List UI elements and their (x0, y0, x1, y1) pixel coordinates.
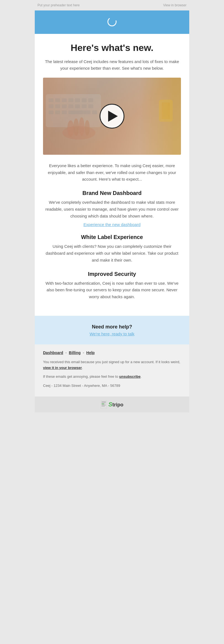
body-intro-text: Everyone likes a better experience. To m… (43, 162, 181, 183)
svg-point-24 (79, 117, 84, 136)
intro-paragraph: The latest release of Ceej includes new … (43, 58, 181, 72)
separator-1: - (64, 350, 68, 355)
footer-address: Ceej - 1234 Main Street - Anywhere, MA -… (43, 383, 181, 389)
svg-rect-6 (75, 98, 80, 102)
footer-unsubscribe-link[interactable]: unsubscribe (119, 374, 140, 379)
help-link[interactable]: We're here, ready to talk (90, 331, 135, 336)
section-whitelabel-title: White Label Experience (43, 234, 181, 240)
section-whitelabel-text: Using Ceej with clients? Now you can com… (43, 243, 181, 263)
footer-unsubscribe-text: If these emails get annoying, please fee… (43, 374, 181, 380)
section-dashboard-text: We've completely overhauled the dashboar… (43, 199, 181, 219)
video-thumbnail[interactable] (43, 78, 181, 155)
svg-rect-11 (62, 104, 67, 108)
section-security: Improved Security With two-factor authen… (43, 271, 181, 300)
svg-rect-2 (49, 98, 54, 102)
svg-point-25 (85, 120, 90, 135)
email-wrapper: Put your preheader text here View in bro… (35, 0, 189, 412)
svg-point-0 (108, 18, 116, 26)
svg-rect-5 (68, 98, 73, 102)
footer-dashboard-link[interactable]: Dashboard (43, 350, 63, 355)
footer-view-browser-link[interactable]: view it in your browser (43, 366, 82, 370)
svg-rect-15 (88, 104, 93, 108)
stripo-label: Stripo (108, 401, 124, 408)
help-title: Need more help? (40, 324, 184, 330)
main-content-card: Here's what's new. The latest release of… (35, 34, 189, 316)
stripo-branding: Stripo (35, 396, 189, 412)
footer-nav: Dashboard - Billing - Help (43, 350, 181, 355)
svg-point-22 (67, 120, 74, 137)
svg-rect-12 (68, 104, 73, 108)
svg-rect-20 (92, 110, 97, 114)
svg-rect-27 (162, 102, 170, 119)
svg-rect-9 (49, 104, 54, 108)
svg-rect-32 (102, 405, 106, 405)
view-in-browser-link[interactable]: View in browser (163, 3, 186, 7)
svg-rect-19 (68, 110, 90, 114)
svg-rect-29 (102, 401, 106, 402)
header-section: Here's what's new. The latest release of… (35, 10, 189, 316)
stripo-icon (101, 400, 107, 409)
section-security-text: With two-factor authentication, Ceej is … (43, 280, 181, 300)
section-security-title: Improved Security (43, 271, 181, 277)
footer-received-text: You received this email because you just… (43, 359, 181, 371)
svg-rect-33 (102, 406, 105, 406)
play-button[interactable] (100, 104, 124, 129)
footer-help-link[interactable]: Help (86, 350, 95, 355)
preheader-text: Put your preheader text here (38, 3, 80, 7)
svg-rect-18 (62, 110, 67, 114)
section-whitelabel: White Label Experience Using Ceej with c… (43, 234, 181, 263)
footer: Dashboard - Billing - Help You received … (35, 344, 189, 396)
svg-rect-8 (88, 98, 93, 102)
svg-point-23 (73, 118, 79, 136)
svg-rect-3 (55, 98, 60, 102)
play-icon (108, 111, 118, 122)
help-section: Need more help? We're here, ready to tal… (35, 316, 189, 344)
svg-point-21 (62, 126, 95, 140)
svg-rect-10 (55, 104, 60, 108)
section-dashboard-title: Brand New Dashboard (43, 190, 181, 196)
separator-2: - (82, 350, 85, 355)
top-bar: Put your preheader text here View in bro… (35, 0, 189, 10)
svg-rect-30 (102, 403, 106, 403)
svg-rect-16 (49, 110, 54, 114)
svg-rect-13 (75, 104, 80, 108)
section-dashboard: Brand New Dashboard We've completely ove… (43, 190, 181, 227)
dashboard-link[interactable]: Experience the new dashboard (84, 222, 141, 227)
page-title: Here's what's new. (43, 42, 181, 53)
logo-icon (35, 17, 189, 34)
footer-billing-link[interactable]: Billing (69, 350, 81, 355)
svg-rect-14 (82, 104, 87, 108)
svg-rect-17 (55, 110, 60, 114)
svg-rect-4 (62, 98, 67, 102)
svg-rect-31 (102, 404, 104, 404)
svg-rect-7 (82, 98, 87, 102)
